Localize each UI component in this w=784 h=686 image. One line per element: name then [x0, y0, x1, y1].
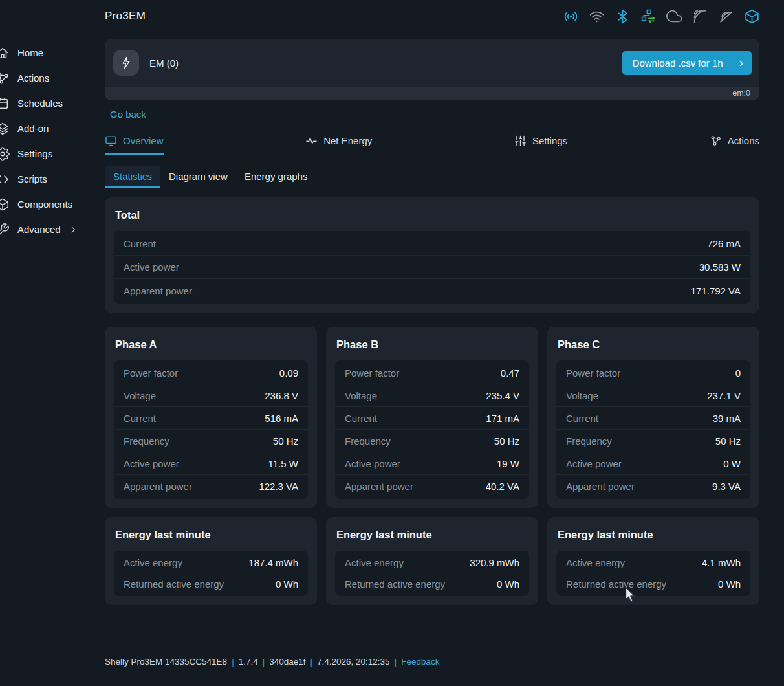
- sidebar-item-label: Components: [17, 199, 72, 210]
- button-divider: [732, 56, 732, 69]
- footer-separator: |: [310, 657, 313, 667]
- stat-label: Current: [566, 413, 598, 424]
- subtab-bar: Statistics Diagram view Energy graphs: [105, 166, 759, 188]
- pulse-icon: [305, 135, 318, 147]
- tab-label: Overview: [123, 135, 164, 146]
- stat-label: Current: [124, 238, 156, 249]
- tab-overview[interactable]: Overview: [105, 135, 164, 155]
- sidebar-item-settings[interactable]: Settings: [0, 141, 105, 166]
- device-bar: EM (0) Download .csv for 1h ›: [105, 39, 759, 87]
- stat-value: 9.3 VA: [712, 481, 741, 492]
- table-row: Active power19 W: [335, 452, 529, 475]
- stat-value: 0 Wh: [276, 579, 298, 590]
- stat-value: 236.8 V: [265, 390, 298, 401]
- stat-table: Active energy4.1 mWh Returned active ene…: [556, 551, 750, 596]
- wifi-icon[interactable]: [589, 8, 605, 25]
- card-title: Phase B: [335, 336, 529, 351]
- sidebar-item-label: Settings: [17, 148, 52, 159]
- sidebar-item-label: Actions: [17, 72, 49, 83]
- stat-value: 516 mA: [265, 413, 298, 424]
- footer-separator: |: [395, 657, 397, 667]
- phase-cards: Phase A Power factor0.09 Voltage236.8 V …: [105, 327, 759, 508]
- lightning-icon: [113, 50, 139, 76]
- table-row: Apparent power122.3 VA: [114, 475, 308, 498]
- sidebar-item-advanced[interactable]: Advanced: [0, 217, 105, 242]
- sidebar-item-components[interactable]: Components: [0, 192, 105, 217]
- table-row: Frequency50 Hz: [556, 430, 750, 452]
- table-row: Active energy320.9 mWh: [335, 552, 529, 573]
- sidebar-item-home[interactable]: Home: [0, 40, 105, 65]
- tab-net-energy[interactable]: Net Energy: [305, 135, 372, 155]
- device-meta-strip: em:0: [105, 87, 759, 100]
- sidebar: Home Actions Schedules Add-on Settings S…: [0, 0, 105, 686]
- tab-label: Net Energy: [323, 135, 372, 146]
- table-row: Power factor0: [556, 362, 750, 384]
- bluetooth-icon[interactable]: [615, 8, 631, 25]
- chevron-right-icon: [69, 225, 78, 234]
- card-title: Energy last minute: [114, 526, 308, 541]
- stat-value: 19 W: [497, 458, 519, 469]
- tab-label: Actions: [728, 135, 759, 146]
- download-csv-button[interactable]: Download .csv for 1h ›: [622, 51, 752, 75]
- rf-icon[interactable]: [563, 8, 579, 25]
- page-title: Pro3EM: [105, 10, 146, 23]
- stat-label: Active energy: [345, 557, 404, 568]
- subtab-statistics[interactable]: Statistics: [105, 166, 160, 188]
- device-datetime: 7.4.2026, 20:12:35: [317, 657, 390, 667]
- stat-label: Frequency: [566, 436, 612, 447]
- sidebar-item-schedules[interactable]: Schedules: [0, 91, 105, 116]
- card-title: Total: [114, 206, 750, 221]
- firmware-version: 1.7.4: [239, 657, 258, 667]
- tab-settings[interactable]: Settings: [514, 135, 567, 155]
- feedback-link[interactable]: Feedback: [401, 657, 439, 667]
- download-csv-label: Download .csv for 1h: [633, 58, 723, 69]
- mqtt-icon[interactable]: [718, 8, 734, 25]
- subtab-energy-graphs[interactable]: Energy graphs: [236, 166, 316, 188]
- stat-label: Power factor: [345, 368, 399, 379]
- sidebar-item-label: Scripts: [17, 173, 47, 184]
- stat-value: 4.1 mWh: [702, 557, 741, 568]
- table-row: Voltage236.8 V: [114, 384, 308, 407]
- stat-label: Active power: [345, 458, 400, 469]
- cloud-icon[interactable]: [666, 8, 682, 25]
- stat-value: 30.583 W: [699, 261, 741, 272]
- stat-value: 0 Wh: [497, 579, 519, 590]
- stat-value: 237.1 V: [707, 390, 741, 401]
- sidebar-item-actions[interactable]: Actions: [0, 65, 105, 91]
- signal-icon[interactable]: [692, 8, 708, 25]
- stat-value: 0.09: [279, 368, 298, 379]
- stat-label: Apparent power: [566, 481, 635, 492]
- sidebar-item-scripts[interactable]: Scripts: [0, 166, 105, 192]
- code-icon: [0, 172, 10, 186]
- footer-separator: |: [263, 657, 265, 667]
- table-row: Returned active energy0 Wh: [114, 573, 308, 595]
- cube-icon: [0, 197, 10, 212]
- layers-icon: [0, 122, 10, 136]
- sidebar-item-addon[interactable]: Add-on: [0, 116, 105, 141]
- stat-value: 171.792 VA: [691, 285, 741, 296]
- calendar-icon: [0, 96, 10, 111]
- table-row: Active power 30.583 W: [114, 256, 750, 279]
- stat-label: Frequency: [124, 436, 169, 447]
- table-row: Returned active energy0 Wh: [335, 573, 529, 595]
- stat-value: 50 Hz: [715, 436, 741, 447]
- wrench-icon: [0, 223, 10, 237]
- table-row: Active energy4.1 mWh: [556, 552, 750, 573]
- table-row: Apparent power 171.792 VA: [114, 279, 750, 302]
- energy-cards: Energy last minute Active energy187.4 mW…: [105, 517, 759, 605]
- stat-value: 39 mA: [713, 413, 741, 424]
- stat-label: Voltage: [566, 390, 598, 401]
- tab-actions[interactable]: Actions: [710, 135, 759, 155]
- energy-card-a: Energy last minute Active energy187.4 mW…: [105, 517, 317, 605]
- go-back-link[interactable]: Go back: [110, 109, 146, 120]
- monitor-icon: [105, 135, 117, 147]
- table-row: Voltage237.1 V: [556, 384, 750, 407]
- subtab-diagram-view[interactable]: Diagram view: [160, 166, 236, 188]
- stat-table: Current 726 mA Active power 30.583 W App…: [114, 231, 750, 304]
- stat-label: Voltage: [124, 390, 156, 401]
- ethernet-icon[interactable]: [640, 8, 657, 25]
- package-icon[interactable]: [744, 8, 760, 25]
- stat-label: Apparent power: [345, 481, 413, 492]
- status-icon-bar: [563, 8, 760, 25]
- stat-label: Apparent power: [124, 285, 192, 296]
